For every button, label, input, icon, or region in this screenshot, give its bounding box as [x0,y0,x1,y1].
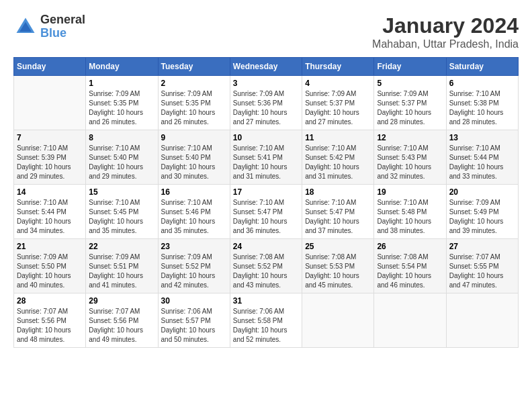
day-info: Sunrise: 7:10 AM Sunset: 5:42 PM Dayligh… [305,144,371,181]
calendar-cell: 4Sunrise: 7:09 AM Sunset: 5:37 PM Daylig… [302,76,374,130]
day-number: 16 [161,187,227,197]
weekday-header: Sunday [14,58,86,76]
day-info: Sunrise: 7:10 AM Sunset: 5:45 PM Dayligh… [89,198,154,236]
weekday-header: Friday [374,58,446,76]
day-number: 3 [233,79,299,88]
calendar-cell: 25Sunrise: 7:08 AM Sunset: 5:53 PM Dayli… [302,239,374,293]
day-info: Sunrise: 7:08 AM Sunset: 5:54 PM Dayligh… [377,253,443,290]
calendar-cell: 18Sunrise: 7:10 AM Sunset: 5:47 PM Dayli… [302,185,374,239]
calendar-cell: 2Sunrise: 7:09 AM Sunset: 5:35 PM Daylig… [158,76,230,130]
day-info: Sunrise: 7:10 AM Sunset: 5:41 PM Dayligh… [233,144,299,181]
day-info: Sunrise: 7:09 AM Sunset: 5:37 PM Dayligh… [377,89,443,127]
logo-text: General Blue [40,13,85,40]
calendar-cell: 13Sunrise: 7:10 AM Sunset: 5:44 PM Dayli… [446,130,518,185]
day-info: Sunrise: 7:10 AM Sunset: 5:40 PM Dayligh… [161,144,227,181]
calendar-subtitle: Mahaban, Uttar Pradesh, India [372,38,519,50]
day-number: 5 [377,79,443,88]
calendar-cell: 27Sunrise: 7:07 AM Sunset: 5:55 PM Dayli… [446,239,518,293]
calendar-title: January 2024 [372,13,519,38]
day-info: Sunrise: 7:06 AM Sunset: 5:57 PM Dayligh… [161,307,227,345]
day-number: 12 [377,133,443,142]
calendar-cell: 24Sunrise: 7:08 AM Sunset: 5:52 PM Dayli… [230,239,302,293]
calendar-week-row: 28Sunrise: 7:07 AM Sunset: 5:56 PM Dayli… [14,293,519,348]
day-info: Sunrise: 7:07 AM Sunset: 5:56 PM Dayligh… [89,307,154,345]
calendar-body: 1Sunrise: 7:09 AM Sunset: 5:35 PM Daylig… [14,76,519,348]
calendar-cell: 11Sunrise: 7:10 AM Sunset: 5:42 PM Dayli… [302,130,374,185]
day-number: 2 [161,79,227,88]
day-number: 27 [449,242,515,251]
calendar-week-row: 7Sunrise: 7:10 AM Sunset: 5:39 PM Daylig… [14,130,519,185]
calendar-header: SundayMondayTuesdayWednesdayThursdayFrid… [14,58,519,76]
day-info: Sunrise: 7:10 AM Sunset: 5:43 PM Dayligh… [377,144,443,181]
calendar-week-row: 14Sunrise: 7:10 AM Sunset: 5:44 PM Dayli… [14,185,519,239]
calendar-cell: 17Sunrise: 7:10 AM Sunset: 5:47 PM Dayli… [230,185,302,239]
day-number: 7 [17,133,83,142]
day-info: Sunrise: 7:09 AM Sunset: 5:35 PM Dayligh… [89,89,154,127]
day-number: 9 [161,133,227,142]
day-info: Sunrise: 7:09 AM Sunset: 5:36 PM Dayligh… [233,89,299,127]
logo-line2: Blue [40,27,85,40]
day-number: 19 [377,187,443,197]
weekday-header: Wednesday [230,58,302,76]
day-number: 18 [305,187,371,197]
day-info: Sunrise: 7:10 AM Sunset: 5:44 PM Dayligh… [17,198,83,236]
day-info: Sunrise: 7:10 AM Sunset: 5:39 PM Dayligh… [17,144,83,181]
calendar-cell: 10Sunrise: 7:10 AM Sunset: 5:41 PM Dayli… [230,130,302,185]
calendar-cell: 19Sunrise: 7:10 AM Sunset: 5:48 PM Dayli… [374,185,446,239]
day-number: 15 [89,187,154,197]
calendar-cell: 7Sunrise: 7:10 AM Sunset: 5:39 PM Daylig… [14,130,86,185]
day-info: Sunrise: 7:09 AM Sunset: 5:35 PM Dayligh… [161,89,227,127]
calendar-cell: 29Sunrise: 7:07 AM Sunset: 5:56 PM Dayli… [86,293,158,348]
day-info: Sunrise: 7:10 AM Sunset: 5:38 PM Dayligh… [449,89,515,127]
day-info: Sunrise: 7:07 AM Sunset: 5:55 PM Dayligh… [449,253,515,290]
day-info: Sunrise: 7:09 AM Sunset: 5:49 PM Dayligh… [449,198,515,236]
title-area: January 2024 Mahaban, Uttar Pradesh, Ind… [372,13,519,50]
day-number: 25 [305,242,371,251]
calendar-cell: 26Sunrise: 7:08 AM Sunset: 5:54 PM Dayli… [374,239,446,293]
day-info: Sunrise: 7:09 AM Sunset: 5:50 PM Dayligh… [17,253,83,290]
calendar-cell [302,293,374,348]
day-number: 13 [449,133,515,142]
calendar-cell: 12Sunrise: 7:10 AM Sunset: 5:43 PM Dayli… [374,130,446,185]
day-info: Sunrise: 7:07 AM Sunset: 5:56 PM Dayligh… [17,307,83,345]
calendar-cell: 28Sunrise: 7:07 AM Sunset: 5:56 PM Dayli… [14,293,86,348]
calendar-cell: 15Sunrise: 7:10 AM Sunset: 5:45 PM Dayli… [86,185,158,239]
calendar-table: SundayMondayTuesdayWednesdayThursdayFrid… [13,57,519,348]
weekday-row: SundayMondayTuesdayWednesdayThursdayFrid… [14,58,519,76]
calendar-cell: 21Sunrise: 7:09 AM Sunset: 5:50 PM Dayli… [14,239,86,293]
day-number: 17 [233,187,299,197]
day-number: 20 [449,187,515,197]
day-number: 28 [17,296,83,306]
calendar-cell: 5Sunrise: 7:09 AM Sunset: 5:37 PM Daylig… [374,76,446,130]
calendar-cell: 9Sunrise: 7:10 AM Sunset: 5:40 PM Daylig… [158,130,230,185]
day-number: 8 [89,133,154,142]
day-number: 6 [449,79,515,88]
calendar-cell: 14Sunrise: 7:10 AM Sunset: 5:44 PM Dayli… [14,185,86,239]
calendar-cell [446,293,518,348]
day-number: 10 [233,133,299,142]
day-number: 31 [233,296,299,306]
day-number: 4 [305,79,371,88]
day-info: Sunrise: 7:10 AM Sunset: 5:40 PM Dayligh… [89,144,154,181]
day-number: 21 [17,242,83,251]
day-info: Sunrise: 7:06 AM Sunset: 5:58 PM Dayligh… [233,307,299,345]
calendar-cell: 1Sunrise: 7:09 AM Sunset: 5:35 PM Daylig… [86,76,158,130]
day-info: Sunrise: 7:10 AM Sunset: 5:47 PM Dayligh… [233,198,299,236]
day-number: 11 [305,133,371,142]
calendar-cell: 16Sunrise: 7:10 AM Sunset: 5:46 PM Dayli… [158,185,230,239]
calendar-cell [14,76,86,130]
calendar-cell: 31Sunrise: 7:06 AM Sunset: 5:58 PM Dayli… [230,293,302,348]
calendar-cell [374,293,446,348]
calendar-week-row: 1Sunrise: 7:09 AM Sunset: 5:35 PM Daylig… [14,76,519,130]
calendar-cell: 22Sunrise: 7:09 AM Sunset: 5:51 PM Dayli… [86,239,158,293]
calendar-cell: 30Sunrise: 7:06 AM Sunset: 5:57 PM Dayli… [158,293,230,348]
calendar-cell: 20Sunrise: 7:09 AM Sunset: 5:49 PM Dayli… [446,185,518,239]
page-header: General Blue January 2024 Mahaban, Uttar… [13,13,519,50]
day-info: Sunrise: 7:09 AM Sunset: 5:51 PM Dayligh… [89,253,154,290]
weekday-header: Monday [86,58,158,76]
logo: General Blue [13,13,85,40]
day-info: Sunrise: 7:10 AM Sunset: 5:47 PM Dayligh… [305,198,371,236]
day-info: Sunrise: 7:08 AM Sunset: 5:52 PM Dayligh… [233,253,299,290]
calendar-cell: 6Sunrise: 7:10 AM Sunset: 5:38 PM Daylig… [446,76,518,130]
day-number: 14 [17,187,83,197]
